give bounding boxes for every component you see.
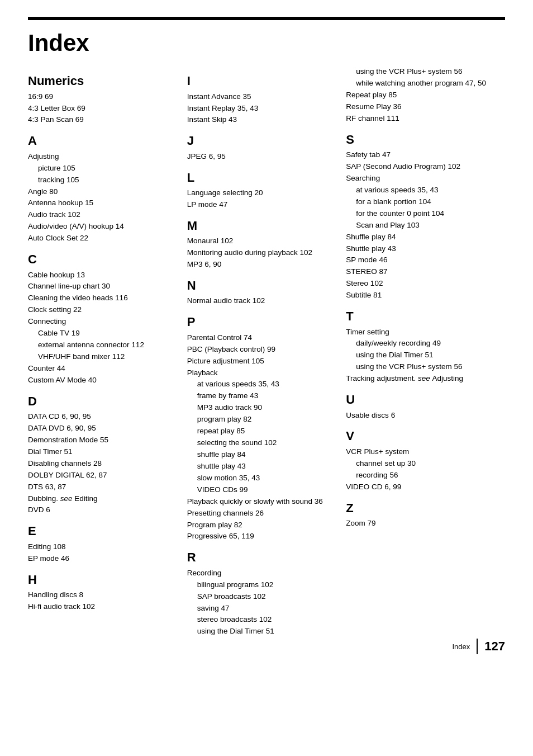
index-entry: frame by frame 43 [187,390,335,402]
index-entry: DATA CD 6, 90, 95 [28,411,176,423]
index-entry: Cable hookup 13 [28,270,176,281]
index-entry: Clock setting 22 [28,304,176,316]
index-entry: Picture adjustment 105 [187,356,335,367]
columns-layout: Numerics16:9 694:3 Letter Box 694:3 Pan … [28,66,505,637]
index-entry: Adjusting [28,151,176,163]
index-entry: using the Dial Timer 51 [187,626,335,637]
index-entry: Instant Skip 43 [187,114,335,126]
column-0: Numerics16:9 694:3 Letter Box 694:3 Pan … [28,66,187,613]
index-entry: channel set up 30 [346,458,494,470]
index-entry: Program play 82 [187,519,335,531]
index-entry: Instant Replay 35, 43 [187,103,335,115]
index-entry: shuffle play 84 [187,449,335,461]
index-entry: VIDEO CDs 99 [187,484,335,496]
index-entry: Usable discs 6 [346,410,494,422]
column-1: IInstant Advance 35Instant Replay 35, 43… [187,66,346,637]
section-letter-J: J [187,134,335,148]
index-entry: Scan and Play 103 [346,220,494,231]
index-entry: for the counter 0 point 104 [346,208,494,220]
index-entry: bilingual programs 102 [187,579,335,591]
index-entry: Playback quickly or slowly with sound 36 [187,496,335,508]
index-entry: MP3 6, 90 [187,259,335,271]
section-letter-H: H [28,573,176,587]
index-entry: SAP broadcasts 102 [187,591,335,603]
index-entry: JPEG 6, 95 [187,151,335,163]
section-letter-P: P [187,315,335,329]
index-entry: Monaural 102 [187,235,335,247]
index-entry: selecting the sound 102 [187,437,335,449]
index-entry: slow motion 35, 43 [187,472,335,484]
index-entry: VHF/UHF band mixer 112 [28,351,176,363]
index-entry: shuttle play 43 [187,461,335,472]
index-entry: 16:9 69 [28,91,176,103]
index-entry: EP mode 46 [28,553,176,565]
index-entry: Angle 80 [28,186,176,198]
index-entry: daily/weekly recording 49 [346,338,494,349]
index-entry: Resume Play 36 [346,101,494,113]
index-entry: Safety tab 47 [346,149,494,161]
index-entry: DOLBY DIGITAL 62, 87 [28,470,176,481]
section-letter-D: D [28,394,176,409]
page-title: Index [28,30,505,56]
index-entry: Custom AV Mode 40 [28,375,176,386]
top-border [28,17,505,20]
index-entry: while watching another program 47, 50 [346,78,494,89]
index-entry: DATA DVD 6, 90, 95 [28,423,176,434]
section-letter-A: A [28,134,176,148]
index-entry: Monitoring audio during playback 102 [187,247,335,259]
index-entry: SAP (Second Audio Program) 102 [346,161,494,173]
index-entry: external antenna connector 112 [28,339,176,351]
index-entry: Instant Advance 35 [187,91,335,103]
section-letter-Numerics: Numerics [28,74,176,88]
page-footer: Index 127 [452,639,505,654]
index-entry: Audio/video (A/V) hookup 14 [28,221,176,233]
index-entry: using the VCR Plus+ system 56 [346,361,494,373]
section-letter-R: R [187,550,335,565]
index-entry: Tracking adjustment. see Adjusting [346,373,494,385]
index-entry: Disabling channels 28 [28,458,176,470]
index-entry: stereo broadcasts 102 [187,614,335,626]
index-entry: Handling discs 8 [28,589,176,601]
index-entry: 4:3 Letter Box 69 [28,103,176,115]
index-entry: for a blank portion 104 [346,196,494,208]
index-entry: SP mode 46 [346,254,494,266]
page-container: Index Numerics16:9 694:3 Letter Box 694:… [0,0,533,671]
footer-label: Index [452,642,470,651]
index-entry: recording 56 [346,470,494,481]
index-entry: VCR Plus+ system [346,446,494,458]
index-entry: MP3 audio track 90 [187,402,335,414]
footer-page: 127 [484,639,505,654]
index-entry: DVD 6 [28,504,176,516]
index-entry: Editing 108 [28,541,176,553]
index-entry: Auto Clock Set 22 [28,233,176,244]
index-entry: Shuffle play 84 [346,231,494,243]
index-entry: using the Dial Timer 51 [346,349,494,361]
index-entry: tracking 105 [28,174,176,186]
index-entry: at various speeds 35, 43 [346,185,494,196]
column-2: using the VCR Plus+ system 56while watch… [346,66,505,530]
index-entry: 4:3 Pan Scan 69 [28,114,176,126]
index-entry: Language selecting 20 [187,187,335,199]
index-entry: Normal audio track 102 [187,295,335,307]
index-entry: Counter 44 [28,363,176,375]
index-entry: Stereo 102 [346,278,494,290]
section-letter-S: S [346,133,494,147]
index-entry: Hi-fi audio track 102 [28,601,176,613]
index-entry: Dubbing. see Editing [28,493,176,505]
section-letter-V: V [346,429,494,443]
index-entry: DTS 63, 87 [28,481,176,493]
index-entry: Demonstration Mode 55 [28,434,176,446]
index-entry: RF channel 111 [346,113,494,125]
index-entry: saving 47 [187,603,335,615]
index-entry: VIDEO CD 6, 99 [346,481,494,493]
index-entry: program play 82 [187,414,335,426]
index-entry: Channel line-up chart 30 [28,281,176,292]
index-entry: Playback [187,367,335,379]
section-letter-C: C [28,252,176,267]
index-entry: Dial Timer 51 [28,446,176,458]
index-entry: Connecting [28,316,176,328]
index-entry: Subtitle 81 [346,290,494,301]
index-entry: Searching [346,173,494,185]
section-letter-U: U [346,393,494,407]
index-entry: Progressive 65, 119 [187,531,335,542]
